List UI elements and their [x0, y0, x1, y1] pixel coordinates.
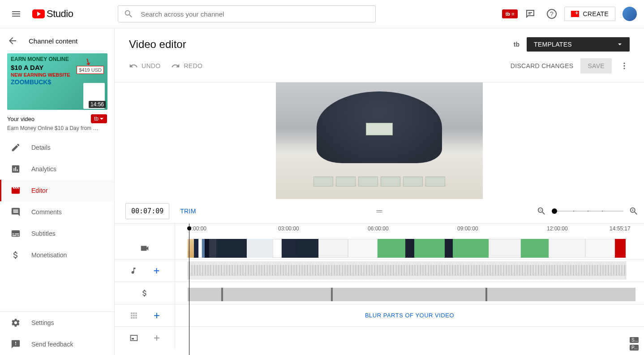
subtitles-icon — [11, 229, 21, 238]
nav-comments[interactable]: Comments — [0, 201, 114, 223]
svg-point-4 — [623, 68, 625, 69]
svg-point-2 — [623, 63, 625, 64]
analytics-icon — [11, 164, 21, 174]
dollar-icon — [11, 250, 21, 260]
redo-button[interactable]: REDO — [171, 61, 202, 70]
youtube-studio-logo[interactable]: Studio — [32, 8, 73, 20]
create-label: CREATE — [583, 10, 609, 17]
video-subtitle: Earn Money Online $10 a Day from … — [0, 123, 114, 137]
timecode-input[interactable]: 00:07:09 — [125, 203, 169, 219]
undo-button[interactable]: UNDO — [129, 61, 160, 70]
search-icon — [124, 9, 133, 19]
nav-details[interactable]: Details — [0, 137, 114, 158]
header-actions: tb≡ ? CREATE — [502, 5, 637, 23]
app-header: Studio tb≡ ? CREATE — [0, 0, 644, 28]
nav-settings[interactable]: Settings — [0, 312, 114, 333]
back-arrow-icon[interactable] — [7, 35, 18, 46]
svg-rect-6 — [132, 338, 134, 339]
pencil-icon — [11, 143, 21, 152]
badge-s[interactable]: S... — [630, 337, 639, 343]
page-title: Video editor — [129, 38, 514, 51]
zoom-out-icon[interactable] — [537, 206, 546, 216]
sidebar: Channel content EARN MONEY ONLINE $10 A … — [0, 28, 115, 355]
nav-monetisation[interactable]: Monetisation — [0, 244, 114, 266]
music-note-icon — [129, 267, 137, 275]
zoom-in-icon[interactable] — [629, 206, 639, 216]
endscreen-track[interactable]: + — [115, 327, 644, 349]
zoom-slider[interactable] — [552, 211, 623, 212]
chevron-down-icon — [617, 42, 623, 47]
endscreen-icon — [129, 333, 138, 342]
drag-handle-icon[interactable]: ═ — [377, 207, 382, 216]
menu-icon[interactable] — [7, 5, 25, 23]
more-options-icon[interactable] — [619, 57, 630, 75]
avatar[interactable] — [623, 7, 637, 21]
video-preview[interactable] — [115, 82, 644, 199]
timeline-controls: 00:07:09 TRIM ═ — [115, 199, 644, 223]
help-icon[interactable]: ? — [543, 5, 561, 23]
main-content: Video editor tb TEMPLATES UNDO REDO DISC… — [115, 28, 644, 355]
feedback-icon — [11, 339, 21, 349]
search-input[interactable] — [141, 10, 370, 18]
breadcrumb[interactable]: Channel content — [29, 37, 77, 45]
nav-feedback[interactable]: Send feedback — [0, 333, 114, 355]
gear-icon — [11, 318, 21, 328]
add-audio-icon[interactable]: + — [153, 264, 159, 277]
nav-editor[interactable]: Editor — [0, 180, 114, 201]
comment-icon — [11, 207, 21, 217]
video-icon — [140, 243, 150, 253]
save-button[interactable]: SAVE — [580, 58, 612, 74]
film-icon — [11, 186, 21, 195]
add-endscreen-icon[interactable]: + — [154, 332, 160, 344]
trim-button[interactable]: TRIM — [180, 208, 196, 215]
tubebuddy-badge[interactable]: tb≡ — [502, 9, 518, 18]
blur-cta[interactable]: BLUR PARTS OF YOUR VIDEO — [175, 306, 644, 325]
svg-text:?: ? — [550, 10, 554, 17]
video-duration: 14:56 — [89, 101, 106, 108]
svg-point-3 — [623, 65, 625, 66]
nav-analytics[interactable]: Analytics — [0, 158, 114, 180]
chat-icon[interactable] — [521, 5, 539, 23]
video-title-label: Your video — [7, 116, 34, 122]
ruler[interactable]: 0:00:00 03:00:00 06:00:00 09:00:00 12:00… — [115, 224, 644, 237]
camera-icon — [571, 11, 579, 17]
video-track[interactable] — [115, 237, 644, 260]
grid-icon — [129, 311, 138, 320]
audio-track[interactable]: + — [115, 260, 644, 282]
playhead[interactable] — [189, 224, 189, 355]
tubebuddy-pill[interactable]: tb — [91, 114, 107, 123]
nav-subtitles[interactable]: Subtitles — [0, 223, 114, 244]
nav-list: Details Analytics Editor Comments Subtit… — [0, 137, 114, 312]
create-button[interactable]: CREATE — [564, 7, 615, 21]
logo-text: Studio — [47, 8, 73, 20]
dollar-icon — [140, 289, 149, 298]
video-thumbnail[interactable]: EARN MONEY ONLINE $10 A DAY NEW EARNING … — [0, 53, 114, 110]
timeline: 0:00:00 03:00:00 06:00:00 09:00:00 12:00… — [115, 223, 644, 355]
tubebuddy-icon[interactable]: tb — [514, 41, 519, 48]
add-blur-icon[interactable]: + — [154, 309, 160, 322]
badge-p[interactable]: P... — [630, 345, 639, 351]
blur-track[interactable]: + BLUR PARTS OF YOUR VIDEO — [115, 304, 644, 327]
ads-track[interactable] — [115, 282, 644, 304]
editor-toolbar: UNDO REDO DISCARD CHANGES SAVE — [115, 57, 644, 82]
discard-button[interactable]: DISCARD CHANGES — [511, 62, 574, 69]
templates-dropdown[interactable]: TEMPLATES — [527, 37, 630, 52]
search-box[interactable] — [118, 5, 376, 22]
